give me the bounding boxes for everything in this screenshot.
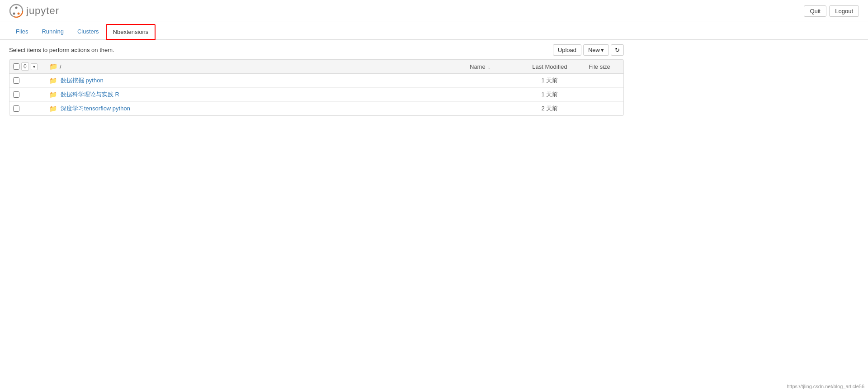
logout-button[interactable]: Logout: [829, 5, 859, 17]
row-checkbox[interactable]: [13, 105, 19, 112]
table-row: 📁 深度学习tensorflow python 2 天前: [9, 102, 623, 115]
file-info: 📁 深度学习tensorflow python: [49, 105, 520, 113]
file-rows: 📁 数据挖掘 python 1 天前 📁 数据科学理论与实践 R 1 天前 📁 …: [9, 74, 623, 115]
tab-bar: Files Running Clusters Nbextensions: [0, 24, 868, 40]
col-headers: Name ↓ Last Modified File size: [466, 63, 620, 70]
file-modified: 2 天前: [520, 105, 579, 113]
list-header: 0 ▾ 📁 / Name ↓ Last Modified File size: [9, 60, 623, 74]
tab-files[interactable]: Files: [9, 24, 35, 40]
quit-button[interactable]: Quit: [804, 5, 826, 17]
new-label: New: [588, 47, 600, 53]
breadcrumb-folder-icon: 📁: [49, 62, 58, 71]
select-count: 0: [21, 62, 29, 71]
breadcrumb-slash: /: [60, 63, 61, 70]
file-name-link[interactable]: 数据科学理论与实践 R: [61, 90, 119, 99]
folder-icon: 📁: [49, 105, 57, 112]
folder-icon: 📁: [49, 77, 57, 84]
col-file-size-header[interactable]: File size: [579, 63, 620, 70]
table-row: 📁 数据科学理论与实践 R 1 天前: [9, 88, 623, 102]
header-check-area: 0 ▾: [13, 62, 49, 71]
tab-clusters[interactable]: Clusters: [71, 24, 106, 40]
tab-nbextensions[interactable]: Nbextensions: [106, 24, 156, 40]
logo: jupyter: [9, 4, 59, 18]
folder-icon: 📁: [49, 91, 57, 98]
row-checkbox[interactable]: [13, 91, 19, 98]
col-name-header[interactable]: Name ↓: [466, 63, 520, 70]
row-checkbox[interactable]: [13, 77, 19, 84]
main-content: Select items to perform actions on them.…: [0, 40, 633, 120]
refresh-button[interactable]: ↻: [611, 44, 624, 56]
file-modified: 1 天前: [520, 90, 579, 99]
file-modified: 1 天前: [520, 76, 579, 85]
table-row: 📁 数据挖掘 python 1 天前: [9, 74, 623, 88]
breadcrumb: 📁 /: [49, 62, 466, 71]
svg-point-4: [13, 13, 15, 15]
col-last-modified-header[interactable]: Last Modified: [520, 63, 579, 70]
header-buttons: Quit Logout: [804, 5, 859, 17]
select-hint: Select items to perform actions on them.: [9, 47, 114, 53]
toolbar-row: Select items to perform actions on them.…: [9, 44, 624, 56]
header-dropdown-arrow[interactable]: ▾: [31, 63, 38, 70]
row-check-area: [13, 77, 49, 84]
file-name-link[interactable]: 深度学习tensorflow python: [61, 105, 130, 113]
logo-text: jupyter: [26, 5, 59, 17]
select-all-checkbox[interactable]: [13, 63, 19, 70]
row-check-area: [13, 105, 49, 112]
row-check-area: [13, 91, 49, 98]
new-dropdown-arrow: ▾: [601, 47, 604, 53]
jupyter-logo-icon: [9, 4, 24, 18]
sort-arrow-icon: ↓: [488, 65, 490, 70]
file-list-container: 0 ▾ 📁 / Name ↓ Last Modified File size: [9, 59, 624, 116]
tab-running[interactable]: Running: [35, 24, 70, 40]
new-button[interactable]: New ▾: [583, 44, 609, 56]
file-info: 📁 数据挖掘 python: [49, 76, 520, 85]
action-buttons: Upload New ▾ ↻: [553, 44, 624, 56]
upload-button[interactable]: Upload: [553, 44, 581, 56]
file-info: 📁 数据科学理论与实践 R: [49, 90, 520, 99]
file-name-link[interactable]: 数据挖掘 python: [61, 76, 104, 85]
svg-point-2: [15, 7, 18, 9]
header: jupyter Quit Logout: [0, 0, 868, 22]
svg-point-3: [18, 13, 20, 15]
